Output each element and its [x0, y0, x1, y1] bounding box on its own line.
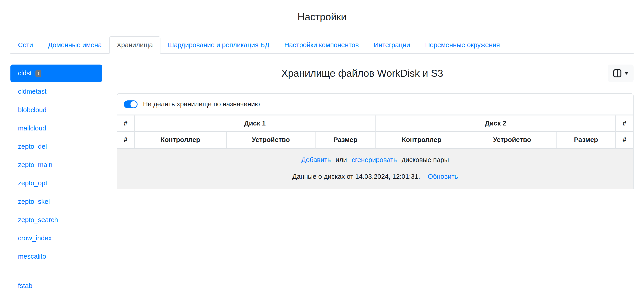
- layout-dropdown-button[interactable]: [608, 64, 634, 82]
- disk2-device-header: Устройство: [468, 132, 556, 148]
- tab-networks[interactable]: Сети: [10, 36, 40, 54]
- disk1-group-header: Диск 1: [134, 115, 376, 132]
- storage-sidebar: cldst ! cldmetast blobcloud mailcloud ze…: [10, 64, 102, 296]
- add-generate-line: Добавить или сгенерировать дисковые пары: [117, 155, 633, 165]
- add-disk-pair-link[interactable]: Добавить: [301, 156, 331, 163]
- section-title: Хранилище файлов WorkDisk и S3: [117, 67, 608, 79]
- sidebar-item-cldmetast[interactable]: cldmetast: [10, 83, 102, 100]
- main-header: Хранилище файлов WorkDisk и S3: [117, 64, 634, 82]
- disk2-size-header: Размер: [556, 132, 616, 148]
- chevron-down-icon: [624, 72, 628, 74]
- warning-badge: !: [36, 70, 41, 77]
- tab-domain-names[interactable]: Доменные имена: [40, 36, 109, 54]
- sidebar-item-fstab[interactable]: fstab: [10, 277, 102, 295]
- split-columns-icon: [613, 69, 621, 77]
- table-footer-cell: Добавить или сгенерировать дисковые пары…: [117, 148, 633, 189]
- sidebar-item-zepto-del[interactable]: zepto_del: [10, 138, 102, 156]
- table-column-header-row: # Контроллер Устройство Размер Контролле…: [117, 132, 633, 148]
- disk2-group-header: Диск 2: [376, 115, 616, 132]
- settings-tabs: Сети Доменные имена Хранилища Шардирован…: [10, 36, 634, 54]
- disk1-size-header: Размер: [315, 132, 376, 148]
- content-area: cldst ! cldmetast blobcloud mailcloud ze…: [0, 64, 644, 296]
- disk-pairs-table: # Диск 1 Диск 2 # # Контроллер Устройств…: [117, 115, 633, 189]
- sidebar-item-blobcloud[interactable]: blobcloud: [10, 101, 102, 119]
- storage-split-toggle[interactable]: [124, 100, 138, 108]
- sidebar-item-zepto-opt[interactable]: zepto_opt: [10, 174, 102, 192]
- refresh-disks-link[interactable]: Обновить: [428, 173, 458, 180]
- corner-header: #: [616, 132, 633, 148]
- toggle-row: Не делить хранилище по назначению: [117, 94, 633, 115]
- storage-main-panel: Хранилище файлов WorkDisk и S3 Не делить…: [117, 64, 634, 189]
- disk1-controller-header: Контроллер: [134, 132, 226, 148]
- sidebar-item-label: cldst: [18, 69, 32, 77]
- corner-header: #: [117, 132, 134, 148]
- toggle-label: Не делить хранилище по назначению: [143, 100, 260, 108]
- disk-pairs-panel: Не делить хранилище по назначению # Диск…: [117, 93, 634, 189]
- page-title: Настройки: [0, 0, 644, 25]
- sidebar-item-crow-index[interactable]: crow_index: [10, 230, 102, 247]
- or-text: или: [336, 156, 347, 163]
- tab-component-settings[interactable]: Настройки компонентов: [277, 36, 366, 54]
- toggle-knob: [130, 101, 137, 107]
- disk-pairs-text: дисковые пары: [402, 156, 449, 163]
- generate-disk-pairs-link[interactable]: сгенерировать: [352, 156, 397, 163]
- disk-data-info-line: Данные о дисках от 14.03.2024, 12:01:31.…: [117, 172, 633, 182]
- corner-header: #: [117, 115, 134, 132]
- sidebar-item-mailcloud[interactable]: mailcloud: [10, 120, 102, 137]
- tab-environment-variables[interactable]: Переменные окружения: [418, 36, 508, 54]
- settings-page: Настройки Сети Доменные имена Хранилища …: [0, 0, 644, 297]
- disk-data-timestamp: Данные о дисках от 14.03.2024, 12:01:31.: [292, 173, 420, 180]
- sidebar-item-mescalito[interactable]: mescalito: [10, 248, 102, 266]
- tab-storages[interactable]: Хранилища: [109, 36, 160, 54]
- sidebar-item-cldst[interactable]: cldst !: [10, 64, 102, 82]
- sidebar-item-zepto-main[interactable]: zepto_main: [10, 156, 102, 174]
- table-group-header-row: # Диск 1 Диск 2 #: [117, 115, 633, 132]
- tab-integrations[interactable]: Интеграции: [366, 36, 418, 54]
- disk2-controller-header: Контроллер: [376, 132, 468, 148]
- sidebar-item-zepto-search[interactable]: zepto_search: [10, 211, 102, 229]
- disk1-device-header: Устройство: [226, 132, 315, 148]
- sidebar-item-zepto-skel[interactable]: zepto_skel: [10, 193, 102, 211]
- tab-db-sharding-replication[interactable]: Шардирование и репликация БД: [160, 36, 277, 54]
- table-footer-row: Добавить или сгенерировать дисковые пары…: [117, 148, 633, 189]
- corner-header: #: [616, 115, 633, 132]
